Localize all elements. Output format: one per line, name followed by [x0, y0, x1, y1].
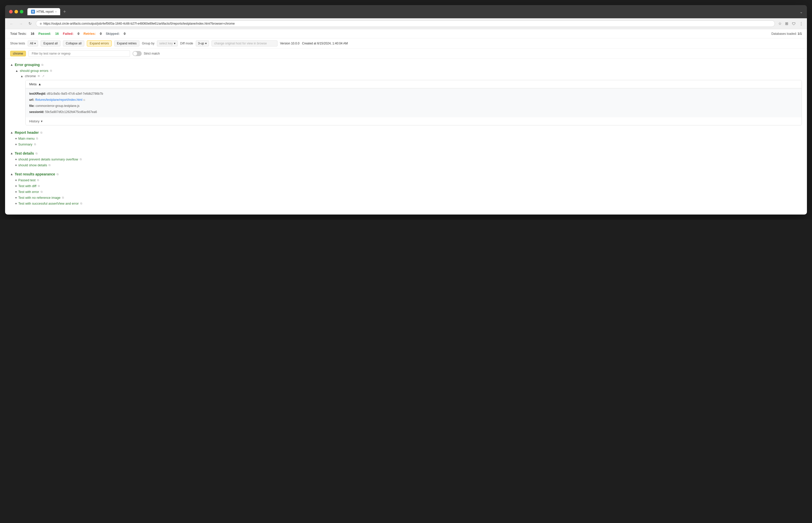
passed-test-copy-icon[interactable]: ⧉ [37, 179, 39, 182]
test-with-diff-copy-icon[interactable]: ⧉ [38, 184, 40, 187]
chrome-collapse-icon[interactable]: ▲ [20, 74, 23, 78]
summary-title[interactable]: Summary [18, 142, 33, 146]
report-header-copy-icon[interactable]: ⧉ [40, 131, 42, 134]
group-by-select[interactable]: select key ▾ [157, 40, 178, 47]
passed-label: Passed: [38, 32, 51, 36]
filter-input[interactable] [29, 50, 130, 57]
failed-value: 0 [78, 32, 79, 36]
history-expand-icon[interactable]: ▾ [41, 119, 43, 123]
more-button[interactable]: ⋮ [798, 21, 804, 26]
test-with-diff-title[interactable]: Test with diff [18, 184, 36, 188]
minimize-window-button[interactable] [15, 10, 18, 14]
test-successful-assert-copy-icon[interactable]: ⧉ [80, 202, 82, 205]
report-header-collapse-icon[interactable]: ▲ [10, 131, 13, 134]
passed-test-collapse-icon[interactable]: ▾ [15, 179, 17, 182]
should-group-errors-title[interactable]: should group errors [20, 69, 49, 73]
should-group-errors-copy-icon[interactable]: ⧉ [50, 69, 52, 72]
skipped-label: Skipped: [106, 32, 120, 36]
main-menu-title[interactable]: Main menu [18, 137, 35, 140]
should-group-errors-collapse-icon[interactable]: ▲ [15, 69, 18, 73]
test-details-header: ▲ Test details ⧉ [10, 151, 802, 156]
expand-errors-button[interactable]: Expand errors [87, 40, 111, 47]
meta-panel: Meta ▲ testXReqId: d91c9a5c-9af3-47c6-a3… [25, 80, 802, 125]
test-no-ref-copy-icon[interactable]: ⧉ [62, 196, 64, 199]
url-copy-icon[interactable]: ⧉ [83, 98, 85, 101]
test-no-ref-collapse-icon[interactable]: ▾ [15, 196, 17, 200]
meta-header[interactable]: Meta ▲ [26, 80, 801, 88]
tab-expand-icon[interactable]: ⌄ [799, 10, 803, 14]
prevent-details-subgroup: ▾ should prevent details summary overflo… [15, 157, 802, 161]
test-with-error-copy-icon[interactable]: ⧉ [41, 190, 43, 194]
test-successful-assert-collapse-icon[interactable]: ▾ [15, 202, 17, 205]
tab-favicon: H [31, 10, 35, 14]
tab-bar: H HTML report × + ⌄ [28, 8, 803, 15]
show-details-title[interactable]: should show details [18, 163, 47, 167]
strict-match-toggle[interactable]: Strict match [132, 51, 160, 56]
report-header-title[interactable]: Report header [15, 130, 39, 134]
diff-mode-select[interactable]: 3-up ▾ [196, 40, 209, 47]
collapse-all-button[interactable]: Collapse all [63, 40, 84, 47]
meta-expand-icon[interactable]: ▲ [38, 82, 41, 86]
test-results-title[interactable]: Test results appearance [15, 172, 55, 176]
traffic-lights [9, 10, 23, 14]
external-link-icon[interactable]: ↗ [42, 74, 44, 78]
expand-all-button[interactable]: Expand all [41, 40, 60, 47]
history-section[interactable]: History ▾ [26, 117, 801, 125]
bookmark-button[interactable]: ☆ [777, 21, 782, 26]
main-menu-collapse-icon[interactable]: ▾ [15, 137, 17, 140]
maximize-window-button[interactable] [20, 10, 23, 14]
show-tests-select[interactable]: All ▾ [28, 40, 38, 47]
summary-collapse-icon[interactable]: ▾ [15, 143, 17, 146]
test-details-copy-icon[interactable]: ⧉ [36, 152, 38, 155]
extensions-button[interactable]: ⊞ [784, 21, 789, 26]
summary-header: ▾ Summary ⧉ [15, 142, 802, 146]
created-at-info: Created at 6/15/2024, 1:40:04 AM [302, 42, 348, 45]
passed-value: 16 [55, 32, 59, 36]
error-grouping-header: ▲ Error grouping ⧉ [10, 63, 802, 67]
summary-copy-icon[interactable]: ⧉ [34, 143, 36, 146]
filter-chrome-tag[interactable]: chrome [10, 51, 26, 56]
passed-test-title[interactable]: Passed test [18, 178, 36, 182]
test-details-collapse-icon[interactable]: ▲ [10, 151, 13, 155]
test-with-error-title[interactable]: Test with error [18, 190, 39, 194]
test-with-diff-header: ▾ Test with diff ⧉ [15, 184, 802, 188]
change-host-input[interactable]: change original host for view in browse [212, 40, 277, 47]
browser-frame: H HTML report × + ⌄ ← → ↻ ⊕ https://outp… [5, 5, 807, 215]
nav-icons: ☆ ⊞ 🛡 ⋮ [777, 21, 804, 26]
show-details-collapse-icon[interactable]: ▾ [15, 163, 17, 167]
active-tab[interactable]: H HTML report × [28, 8, 60, 15]
prevent-details-copy-icon[interactable]: ⧉ [80, 158, 82, 161]
test-with-diff-collapse-icon[interactable]: ▾ [15, 184, 17, 188]
test-with-error-collapse-icon[interactable]: ▾ [15, 190, 17, 194]
eye-icon[interactable]: 👁 [37, 74, 40, 78]
test-successful-assert-subgroup: ▾ Test with successful assertView and er… [15, 202, 802, 205]
prevent-details-collapse-icon[interactable]: ▾ [15, 158, 17, 161]
expand-retries-button[interactable]: Expand retries [114, 40, 139, 47]
test-results-copy-icon[interactable]: ⧉ [57, 173, 59, 176]
forward-button[interactable]: → [18, 21, 24, 26]
reload-button[interactable]: ↻ [27, 21, 33, 26]
main-menu-copy-icon[interactable]: ⧉ [36, 137, 38, 140]
prevent-details-title[interactable]: should prevent details summary overflow [18, 157, 78, 161]
test-details-title[interactable]: Test details [15, 151, 34, 156]
error-grouping-collapse-icon[interactable]: ▲ [10, 63, 13, 67]
shield-icon[interactable]: 🛡 [791, 21, 796, 26]
meta-row-sessionid: sessionId: 59c5a907df2c1262fd475cd6ac667… [29, 110, 798, 114]
retries-label: Retries: [84, 32, 96, 36]
strict-match-switch[interactable] [132, 51, 142, 56]
test-results-collapse-icon[interactable]: ▲ [10, 173, 13, 176]
show-tests-label: Show tests [10, 42, 25, 45]
test-successful-assert-title[interactable]: Test with successful assertView and erro… [18, 202, 79, 205]
meta-val-url[interactable]: /fixtures/testplane/report/index.html [35, 98, 83, 102]
new-tab-button[interactable]: + [61, 9, 68, 15]
back-button[interactable]: ← [8, 21, 15, 26]
address-bar[interactable]: ⊕ https://output.circle-artifacts.com/ou… [36, 20, 775, 27]
error-grouping-copy-icon[interactable]: ⧉ [41, 63, 43, 67]
tab-close-button[interactable]: × [55, 10, 57, 13]
prevent-details-header: ▾ should prevent details summary overflo… [15, 157, 802, 161]
test-no-ref-title[interactable]: Test with no reference image [18, 196, 60, 200]
close-window-button[interactable] [9, 10, 13, 14]
meta-row-file: file: common/error-group.testplane.js [29, 104, 798, 108]
error-grouping-title[interactable]: Error grouping [15, 63, 40, 67]
show-details-copy-icon[interactable]: ⧉ [49, 163, 51, 167]
